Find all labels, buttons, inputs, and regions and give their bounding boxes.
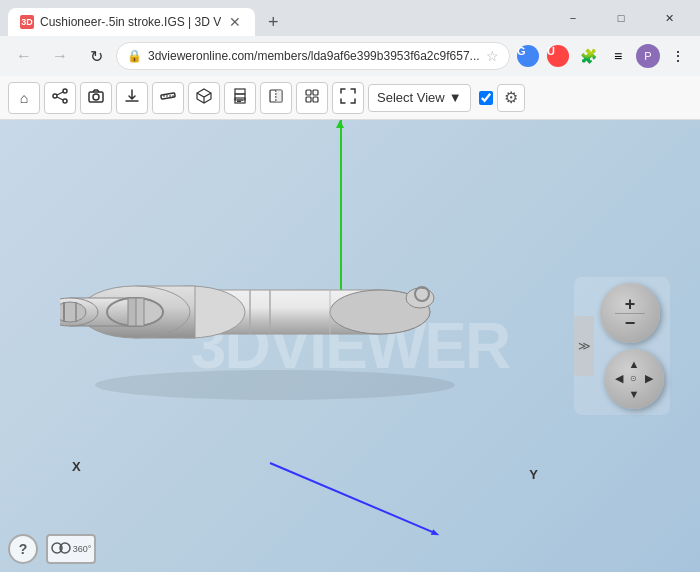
axis-green-arrowhead: [336, 120, 344, 128]
zoom-out-icon: −: [625, 314, 636, 332]
pan-left-button[interactable]: ◀: [612, 372, 627, 387]
address-bar[interactable]: 🔒 3dvieweronline.com/members/lda9af6e399…: [116, 42, 510, 70]
up-arrow-icon: ▲: [629, 358, 640, 370]
collapse-nav-button[interactable]: ≫: [574, 316, 594, 376]
select-view-button[interactable]: Select View ▼: [368, 84, 471, 112]
share-button[interactable]: [44, 82, 76, 114]
svg-rect-20: [313, 90, 318, 95]
svg-line-4: [57, 97, 63, 100]
extension-icons: G U 🧩 ≡ P ⋮: [514, 42, 692, 70]
ruler-icon: [160, 88, 176, 107]
user-profile-icon[interactable]: P: [634, 42, 662, 70]
print-button[interactable]: [224, 82, 256, 114]
tab-favicon: 3D: [20, 15, 34, 29]
bookmark-icon[interactable]: ☆: [486, 48, 499, 64]
u-ext-icon: U: [547, 45, 569, 67]
profile-avatar: P: [636, 44, 660, 68]
cube-icon: [196, 88, 212, 107]
svg-point-2: [63, 99, 67, 103]
refresh-button[interactable]: ↻: [80, 40, 112, 72]
ext-icon-g[interactable]: G: [514, 42, 542, 70]
tab-close-button[interactable]: ✕: [227, 12, 243, 32]
y-axis-label: Y: [529, 467, 538, 482]
list-icon: ≡: [614, 48, 622, 64]
explode-button[interactable]: [296, 82, 328, 114]
fullscreen-button[interactable]: [332, 82, 364, 114]
help-icon: ?: [19, 541, 28, 557]
svg-point-0: [63, 89, 67, 93]
pan-right-button[interactable]: ▶: [641, 372, 656, 387]
pan-control[interactable]: ▲ ◀ ⊙ ▶ ▼: [604, 349, 664, 409]
down-arrow-icon: ▼: [629, 388, 640, 400]
view-checkbox-area[interactable]: [479, 91, 493, 105]
lock-icon: 🔒: [127, 49, 142, 63]
3d-model[interactable]: [60, 240, 490, 460]
pan-down-button[interactable]: ▼: [627, 386, 642, 401]
new-tab-button[interactable]: +: [259, 8, 287, 36]
svg-rect-19: [306, 90, 311, 95]
screenshot-button[interactable]: [80, 82, 112, 114]
collapse-icon: ≫: [578, 339, 591, 353]
right-arrow-icon: ▶: [645, 372, 653, 385]
home-button[interactable]: ⌂: [8, 82, 40, 114]
svg-point-27: [406, 288, 434, 308]
explode-icon: [304, 88, 320, 107]
svg-rect-43: [136, 298, 144, 326]
pan-center[interactable]: ⊙: [627, 372, 642, 387]
window-controls: − □ ✕: [550, 4, 692, 32]
measure-button[interactable]: [152, 82, 184, 114]
left-arrow-icon: ◀: [615, 372, 623, 385]
camera-icon: [88, 88, 104, 107]
svg-rect-22: [313, 97, 318, 102]
share-icon: [52, 88, 68, 107]
svg-rect-21: [306, 97, 311, 102]
gear-icon: ⚙: [504, 88, 518, 107]
google-ext-icon: G: [517, 45, 539, 67]
menu-dots-icon: ⋮: [671, 48, 685, 64]
vr-360-button[interactable]: 360°: [46, 534, 96, 564]
ext-list-icon[interactable]: ≡: [604, 42, 632, 70]
extensions-puzzle-icon[interactable]: 🧩: [574, 42, 602, 70]
svg-line-3: [57, 92, 63, 95]
viewer-toolbar: ⌂: [0, 76, 700, 120]
title-bar: 3D Cushioneer-.5in stroke.IGS | 3D V ✕ +…: [0, 0, 700, 36]
nav-bar: ← → ↻ 🔒 3dvieweronline.com/members/lda9a…: [0, 36, 700, 76]
maximize-button[interactable]: □: [598, 4, 644, 32]
fullscreen-icon: [340, 88, 356, 107]
svg-rect-12: [235, 89, 245, 94]
tab-area: 3D Cushioneer-.5in stroke.IGS | 3D V ✕ +: [8, 0, 550, 36]
zoom-in-icon: +: [625, 295, 636, 313]
vr-icon: [51, 541, 71, 557]
view-checkbox[interactable]: [479, 91, 493, 105]
svg-point-44: [95, 370, 455, 400]
minimize-button[interactable]: −: [550, 4, 596, 32]
select-view-label: Select View: [377, 90, 445, 105]
navigation-controls: ≫ + − ▲ ◀ ⊙ ▶: [574, 277, 670, 415]
forward-button[interactable]: →: [44, 40, 76, 72]
x-axis-label: X: [72, 459, 81, 474]
bottom-bar: ? 360°: [8, 534, 96, 564]
print-icon: [232, 88, 248, 107]
chrome-menu-icon[interactable]: ⋮: [664, 42, 692, 70]
close-button[interactable]: ✕: [646, 4, 692, 32]
section-icon: [268, 88, 284, 107]
tab-title: Cushioneer-.5in stroke.IGS | 3D V: [40, 15, 221, 29]
view-cube-button[interactable]: [188, 82, 220, 114]
zoom-control[interactable]: + −: [600, 283, 660, 343]
ext-icon-u[interactable]: U: [544, 42, 572, 70]
settings-button[interactable]: ⚙: [497, 84, 525, 112]
section-button[interactable]: [260, 82, 292, 114]
pan-up-button[interactable]: ▲: [627, 357, 642, 372]
svg-rect-18: [276, 90, 282, 102]
pan-arrows: ▲ ◀ ⊙ ▶ ▼: [612, 357, 656, 401]
active-tab[interactable]: 3D Cushioneer-.5in stroke.IGS | 3D V ✕: [8, 8, 255, 36]
home-icon: ⌂: [20, 90, 28, 106]
axis-blue-line: [270, 462, 436, 534]
back-button[interactable]: ←: [8, 40, 40, 72]
download-button[interactable]: [116, 82, 148, 114]
svg-point-6: [93, 94, 99, 100]
viewer-area[interactable]: 3DVIEWER X Y: [0, 120, 700, 572]
axis-blue-arrowhead: [431, 529, 441, 538]
select-view-arrow: ▼: [449, 90, 462, 105]
help-button[interactable]: ?: [8, 534, 38, 564]
